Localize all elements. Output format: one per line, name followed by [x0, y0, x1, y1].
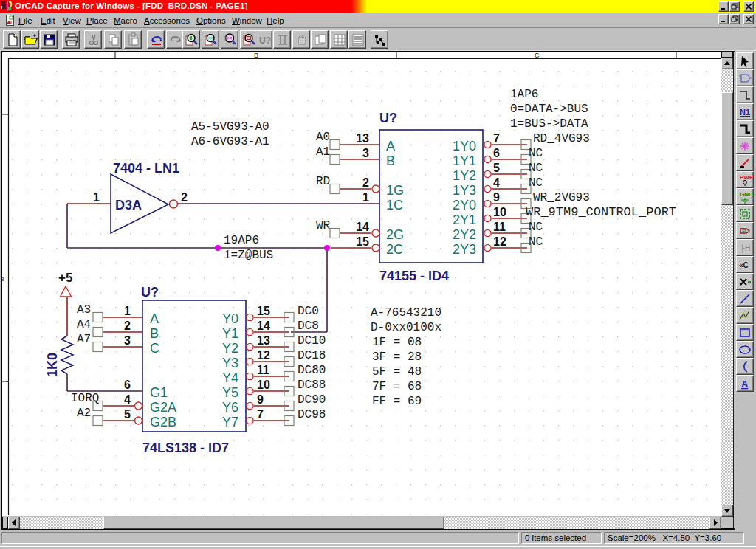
- svg-text:G1: G1: [150, 385, 168, 400]
- svg-text:NC: NC: [529, 221, 543, 234]
- svg-text:B: B: [386, 153, 395, 168]
- svg-text:IORQ: IORQ: [71, 392, 99, 405]
- svg-text:A5-5VG93-A0: A5-5VG93-A0: [191, 120, 269, 134]
- svg-text:DC18: DC18: [298, 349, 326, 362]
- svg-text:├H: ├H: [740, 244, 750, 254]
- svg-text:Y5: Y5: [222, 385, 238, 400]
- svg-text:A0: A0: [316, 131, 330, 144]
- svg-text:74155 - ID4: 74155 - ID4: [379, 269, 449, 283]
- svg-text:B: B: [254, 52, 258, 59]
- svg-text:DC98: DC98: [298, 408, 326, 421]
- svg-text:FF = 69: FF = 69: [372, 395, 422, 408]
- svg-text:A: A: [741, 379, 749, 390]
- svg-text:7: 7: [257, 408, 264, 421]
- svg-text:Y4: Y4: [222, 370, 238, 385]
- svg-text:15: 15: [356, 235, 369, 248]
- svg-text:U?: U?: [141, 285, 159, 300]
- svg-text:+5: +5: [58, 271, 72, 285]
- svg-text:2Y0: 2Y0: [453, 198, 476, 213]
- svg-text:Y7: Y7: [222, 415, 238, 429]
- svg-text:NC: NC: [529, 162, 543, 175]
- svg-text:C: C: [535, 52, 540, 59]
- svg-text:GND: GND: [740, 191, 752, 198]
- svg-text:1=Z@BUS: 1=Z@BUS: [224, 249, 273, 262]
- svg-text:D3A: D3A: [115, 198, 142, 213]
- svg-text:7F = 68: 7F = 68: [372, 380, 422, 393]
- svg-text:DC90: DC90: [298, 393, 326, 407]
- svg-text:A: A: [150, 311, 159, 326]
- svg-text:NC: NC: [529, 147, 543, 160]
- svg-text:2Y2: 2Y2: [453, 227, 476, 242]
- svg-text:7404 - LN1: 7404 - LN1: [113, 161, 179, 176]
- svg-text:12: 12: [493, 235, 506, 248]
- svg-text:1F = 08: 1F = 08: [372, 336, 422, 349]
- svg-text:19AP6: 19AP6: [224, 234, 259, 247]
- svg-text:1AP6: 1AP6: [510, 88, 538, 101]
- svg-text:NC: NC: [529, 176, 543, 190]
- svg-text:14: 14: [257, 320, 270, 332]
- svg-text:11: 11: [493, 221, 506, 233]
- svg-text:G2B: G2B: [150, 415, 176, 429]
- svg-text:Y0: Y0: [222, 311, 238, 326]
- svg-text:74LS138 - ID7: 74LS138 - ID7: [142, 441, 229, 455]
- svg-text:6: 6: [124, 379, 131, 391]
- svg-text:13: 13: [356, 132, 369, 145]
- svg-text:6: 6: [493, 147, 500, 159]
- svg-text:Y3: Y3: [222, 356, 238, 370]
- svg-text:N1: N1: [740, 108, 750, 117]
- svg-text:3F = 28: 3F = 28: [372, 351, 422, 364]
- svg-text:9: 9: [257, 393, 264, 406]
- svg-text:5: 5: [124, 408, 131, 421]
- svg-text:A2: A2: [77, 407, 91, 420]
- svg-text:10: 10: [257, 379, 270, 391]
- svg-text:1: 1: [362, 191, 369, 204]
- svg-text:DC88: DC88: [298, 379, 326, 392]
- svg-text:0=DATA->BUS: 0=DATA->BUS: [510, 103, 588, 116]
- svg-text:4: 4: [124, 393, 131, 406]
- svg-text:WR: WR: [316, 219, 331, 232]
- svg-text:2Y3: 2Y3: [453, 242, 476, 257]
- svg-text:A7: A7: [77, 333, 91, 346]
- svg-text:1: 1: [93, 191, 100, 204]
- svg-text:DC80: DC80: [298, 364, 326, 377]
- svg-text:B: B: [150, 326, 159, 341]
- svg-text:RD_4VG93: RD_4VG93: [533, 132, 590, 145]
- svg-text:RD: RD: [316, 175, 330, 188]
- svg-text:1Y1: 1Y1: [453, 153, 476, 168]
- svg-text:15: 15: [257, 305, 270, 317]
- svg-text:A4: A4: [77, 318, 91, 331]
- svg-text:WR_9TM9_CONTROL_PORT: WR_9TM9_CONTROL_PORT: [526, 205, 676, 219]
- svg-text:1Y3: 1Y3: [453, 183, 476, 198]
- svg-text:PWR: PWR: [740, 174, 752, 181]
- svg-text:NC: NC: [529, 235, 543, 249]
- svg-text:2G: 2G: [386, 227, 404, 242]
- svg-text:U?: U?: [259, 35, 271, 46]
- svg-text:1: 1: [124, 305, 131, 317]
- svg-text:2C: 2C: [386, 242, 403, 257]
- svg-text:D-0xx0100x: D-0xx0100x: [371, 321, 441, 334]
- svg-text:1G: 1G: [386, 183, 404, 198]
- svg-text:3: 3: [124, 334, 131, 347]
- svg-text:Y6: Y6: [222, 400, 238, 415]
- svg-text:9: 9: [493, 191, 500, 204]
- svg-text:7: 7: [493, 132, 500, 145]
- svg-text:G2A: G2A: [150, 400, 176, 415]
- svg-text:C: C: [150, 341, 159, 356]
- svg-text:WR_2VG93: WR_2VG93: [533, 191, 590, 204]
- svg-text:13: 13: [257, 334, 270, 347]
- svg-text:Y1: Y1: [222, 326, 238, 341]
- svg-text:P: P: [742, 228, 746, 235]
- svg-text:3: 3: [362, 147, 369, 159]
- svg-text:3: 3: [2, 276, 4, 283]
- svg-text:DC8: DC8: [298, 320, 319, 333]
- svg-text:14: 14: [356, 221, 369, 233]
- svg-text:2: 2: [362, 176, 369, 189]
- svg-text:1C: 1C: [386, 198, 403, 213]
- svg-text:A3: A3: [77, 303, 91, 317]
- svg-text:11: 11: [257, 364, 269, 376]
- svg-text:2Y1: 2Y1: [453, 213, 476, 227]
- svg-text:5F = 48: 5F = 48: [372, 365, 422, 379]
- svg-text:10: 10: [493, 206, 506, 218]
- svg-text:«C: «C: [739, 261, 749, 269]
- svg-text:U?: U?: [379, 111, 397, 125]
